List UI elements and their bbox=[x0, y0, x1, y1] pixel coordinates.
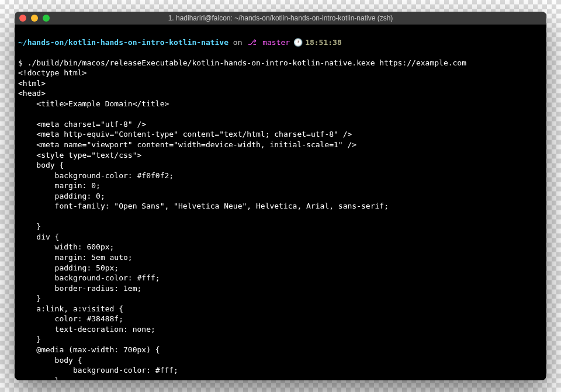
branch-icon: ⎇ bbox=[248, 37, 257, 48]
clock-icon: 🕐 bbox=[293, 37, 303, 48]
prompt-on: on bbox=[228, 37, 247, 48]
prompt-line: ~/hands-on/kotlin-hands-on-intro-kotlin-… bbox=[18, 37, 543, 48]
maximize-icon[interactable] bbox=[43, 15, 50, 22]
terminal-content[interactable]: ~/hands-on/kotlin-hands-on-intro-kotlin-… bbox=[15, 25, 546, 380]
command-line: $ ./build/bin/macos/releaseExecutable/ko… bbox=[18, 58, 466, 67]
traffic-lights bbox=[19, 15, 50, 22]
branch-name: master bbox=[258, 37, 290, 48]
output-block: <!doctype html> <html> <head> <title>Exa… bbox=[18, 68, 389, 380]
window-title: 1. hadihariri@falcon: ~/hands-on/kotlin-… bbox=[19, 14, 542, 22]
minimize-icon[interactable] bbox=[31, 15, 38, 22]
close-icon[interactable] bbox=[19, 15, 26, 22]
prompt-time: 18:51:38 bbox=[305, 37, 342, 48]
command-text: ./build/bin/macos/releaseExecutable/kotl… bbox=[27, 58, 466, 67]
titlebar: 1. hadihariri@falcon: ~/hands-on/kotlin-… bbox=[15, 12, 546, 25]
terminal-window: 1. hadihariri@falcon: ~/hands-on/kotlin-… bbox=[15, 12, 546, 380]
prompt-dollar: $ bbox=[18, 58, 27, 67]
prompt-path: ~/hands-on/kotlin-hands-on-intro-kotlin-… bbox=[18, 37, 228, 48]
